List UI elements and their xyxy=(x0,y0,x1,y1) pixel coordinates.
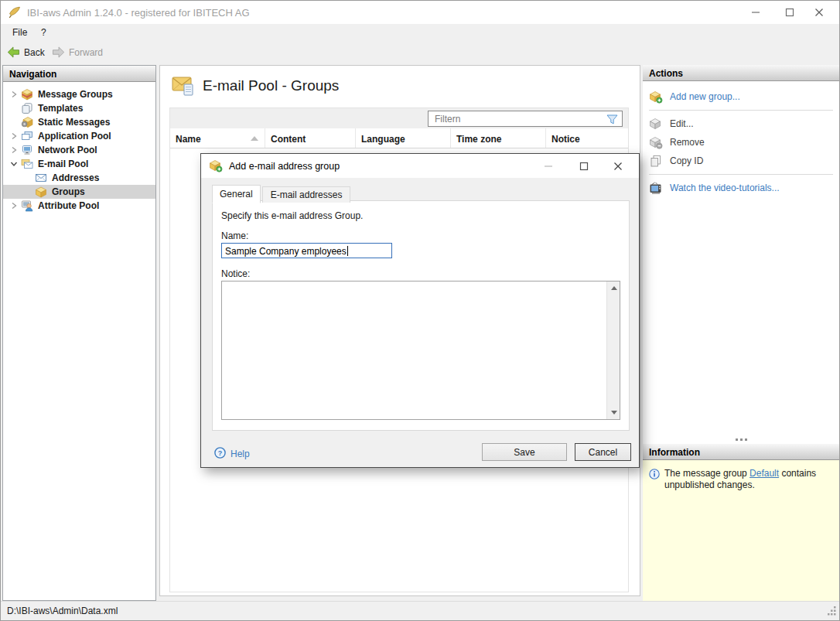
notice-label: Notice: xyxy=(221,268,250,279)
email-pool-groups-icon xyxy=(171,73,196,101)
chevron-right-icon[interactable] xyxy=(9,146,19,154)
add-email-group-dialog: Add e-mail address group General E-mail … xyxy=(200,153,640,468)
video-tutorials-action[interactable]: Watch the video-tutorials... xyxy=(643,179,839,197)
toolbar: Back Forward xyxy=(1,42,839,64)
sort-ascending-icon xyxy=(251,136,258,141)
tree-item-templates[interactable]: Templates xyxy=(3,101,155,115)
column-header-timezone[interactable]: Time zone xyxy=(451,128,546,148)
tree-item-network-pool[interactable]: Network Pool xyxy=(3,143,155,157)
column-header-content[interactable]: Content xyxy=(265,128,356,148)
chevron-down-icon[interactable] xyxy=(9,160,19,168)
maximize-icon[interactable] xyxy=(774,1,805,24)
edit-action[interactable]: Edit... xyxy=(643,114,839,133)
actions-list: Add new group... Edit... Remove Copy ID … xyxy=(643,81,839,197)
scroll-up-icon[interactable] xyxy=(611,286,617,290)
dialog-close-icon[interactable] xyxy=(602,154,634,178)
scroll-down-icon[interactable] xyxy=(611,411,617,415)
save-button[interactable]: Save xyxy=(482,443,567,461)
close-icon[interactable] xyxy=(804,1,835,24)
information-header: Information xyxy=(643,444,839,460)
filter-bar xyxy=(170,108,628,128)
chevron-right-icon[interactable] xyxy=(9,90,19,98)
add-group-icon xyxy=(649,90,663,104)
title-bar: IBI-aws Admin 1.24.0 - registered for IB… xyxy=(1,1,839,24)
remove-group-icon xyxy=(649,136,663,149)
actions-separator xyxy=(649,174,833,175)
edit-group-icon xyxy=(649,118,663,131)
status-bar: D:\IBI-aws\Admin\Data.xml xyxy=(1,601,839,620)
default-group-link[interactable]: Default xyxy=(750,468,779,479)
dialog-tabs: General E-mail addresses xyxy=(212,184,350,203)
actions-separator xyxy=(649,110,833,111)
dialog-minimize-icon xyxy=(532,154,565,178)
info-icon xyxy=(649,468,660,491)
tab-email-addresses[interactable]: E-mail addresses xyxy=(262,186,351,203)
general-tab-page: Specify this e-mail address Group. Name:… xyxy=(212,200,630,431)
menu-bar: File ? xyxy=(1,24,839,42)
information-panel: The message group Default contains unpub… xyxy=(643,460,839,601)
add-new-group-action[interactable]: Add new group... xyxy=(643,87,839,106)
copy-id-icon xyxy=(649,155,663,168)
data-file-path: D:\IBI-aws\Admin\Data.xml xyxy=(7,606,118,616)
notice-textarea[interactable] xyxy=(221,281,620,420)
add-group-dialog-icon xyxy=(209,159,223,175)
network-pool-icon xyxy=(21,144,33,156)
menu-file[interactable]: File xyxy=(12,27,27,38)
tree-item-email-pool[interactable]: E-mail Pool xyxy=(3,157,155,171)
tree-item-message-groups[interactable]: Message Groups xyxy=(3,87,155,101)
groups-icon xyxy=(35,186,47,198)
menu-help[interactable]: ? xyxy=(41,27,46,38)
templates-icon xyxy=(21,102,33,114)
dialog-title-bar: Add e-mail address group xyxy=(201,154,639,178)
navigation-panel: Navigation Message Groups Templates Stat… xyxy=(2,65,156,601)
dialog-maximize-icon[interactable] xyxy=(568,154,600,178)
back-label: Back xyxy=(24,47,45,58)
column-header-notice[interactable]: Notice xyxy=(546,128,628,148)
dialog-description: Specify this e-mail address Group. xyxy=(221,210,363,221)
column-header-name[interactable]: Name xyxy=(170,128,265,148)
tab-general[interactable]: General xyxy=(212,185,261,203)
cancel-button[interactable]: Cancel xyxy=(575,443,631,461)
navigation-tree: Message Groups Templates Static Messages… xyxy=(3,82,155,213)
navigation-header: Navigation xyxy=(3,66,155,82)
message-groups-icon xyxy=(21,88,33,101)
forward-arrow-icon xyxy=(52,46,65,59)
app-window: IBI-aws Admin 1.24.0 - registered for IB… xyxy=(0,0,840,621)
minimize-icon[interactable] xyxy=(740,1,771,24)
resize-grip[interactable] xyxy=(827,606,837,618)
filter-input[interactable] xyxy=(428,111,623,127)
right-panel: Actions Add new group... Edit... Remove … xyxy=(643,65,839,601)
name-label: Name: xyxy=(221,230,248,241)
remove-action[interactable]: Remove xyxy=(643,133,839,152)
tree-item-application-pool[interactable]: Application Pool xyxy=(3,129,155,143)
name-input[interactable]: Sample Company employees xyxy=(221,243,392,258)
tree-item-addresses[interactable]: Addresses xyxy=(3,171,155,185)
information-message: The message group Default contains unpub… xyxy=(664,468,831,491)
tree-item-groups[interactable]: Groups xyxy=(3,185,155,199)
table-header-row: Name Content Language Time zone Notice xyxy=(170,128,628,148)
window-title: IBI-aws Admin 1.24.0 - registered for IB… xyxy=(27,7,250,19)
static-messages-icon xyxy=(21,116,33,128)
text-caret xyxy=(347,246,348,256)
back-button[interactable]: Back xyxy=(7,46,45,59)
page-title: E-mail Pool - Groups xyxy=(203,77,339,94)
video-tutorials-icon xyxy=(649,182,663,195)
chevron-right-icon[interactable] xyxy=(9,132,19,140)
actions-header: Actions xyxy=(643,65,839,81)
forward-label: Forward xyxy=(69,47,103,58)
chevron-right-icon[interactable] xyxy=(9,202,19,210)
column-header-language[interactable]: Language xyxy=(356,128,451,148)
panel-splitter-handle[interactable] xyxy=(643,435,839,443)
forward-button[interactable]: Forward xyxy=(52,46,103,59)
email-pool-icon xyxy=(21,158,33,170)
scrollbar[interactable] xyxy=(606,281,620,419)
application-pool-icon xyxy=(21,130,33,142)
copy-id-action[interactable]: Copy ID xyxy=(643,152,839,170)
back-arrow-icon xyxy=(7,46,20,59)
dialog-title: Add e-mail address group xyxy=(229,161,340,172)
app-icon xyxy=(9,6,21,21)
tree-item-attribute-pool[interactable]: Attribute Pool xyxy=(3,199,155,213)
tree-item-static-messages[interactable]: Static Messages xyxy=(3,115,155,129)
attribute-pool-icon xyxy=(21,200,33,212)
dialog-buttons: Save Cancel xyxy=(201,443,639,461)
